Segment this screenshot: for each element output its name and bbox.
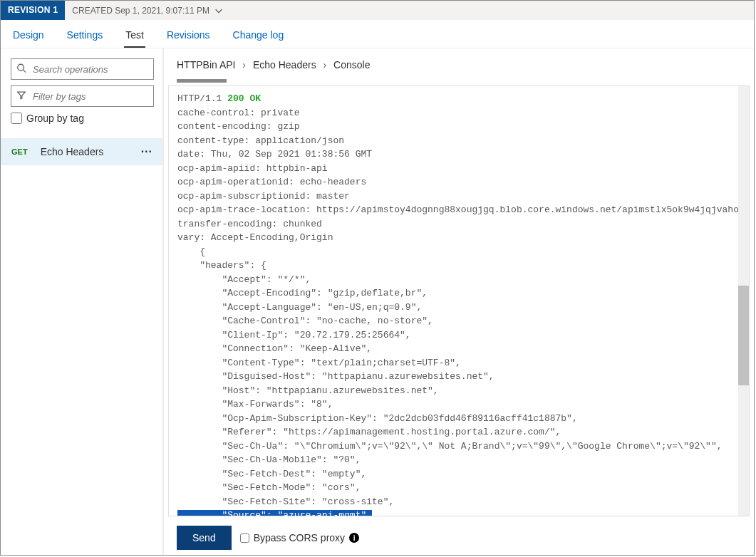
search-icon	[16, 63, 26, 76]
operations-list: GET Echo Headers ···	[1, 138, 162, 165]
group-by-tag-row[interactable]: Group by tag	[11, 113, 154, 124]
created-timestamp[interactable]: CREATED Sep 1, 2021, 9:07:11 PM	[72, 6, 224, 16]
http-response-console[interactable]: HTTP/1.1 200 OK cache-control: private c…	[169, 86, 738, 516]
search-operations-input[interactable]	[11, 58, 154, 80]
filter-by-tags-input[interactable]	[11, 85, 154, 107]
chevron-down-icon	[214, 6, 224, 16]
crumb-api[interactable]: HTTPBin API	[177, 59, 235, 71]
response-headers-text: cache-control: private content-encoding:…	[177, 108, 738, 244]
tab-revisions[interactable]: Revisions	[165, 29, 212, 48]
tab-test[interactable]: Test	[124, 29, 145, 48]
operation-item-echo-headers[interactable]: GET Echo Headers ···	[1, 138, 162, 165]
tab-settings[interactable]: Settings	[66, 29, 105, 48]
tab-change-log[interactable]: Change log	[232, 29, 286, 48]
crumb-operation[interactable]: Echo Headers	[253, 59, 316, 71]
group-by-tag-label: Group by tag	[26, 113, 84, 124]
group-by-tag-checkbox[interactable]	[11, 113, 22, 124]
http-method-badge: GET	[11, 147, 28, 156]
tab-bar: Design Settings Test Revisions Change lo…	[1, 20, 754, 48]
response-body-highlight: "Source": "azure-api-mgmt",	[177, 510, 372, 516]
main-panel: HTTPBin API › Echo Headers › Console HTT…	[163, 48, 754, 555]
bypass-cors-label: Bypass CORS proxy	[254, 532, 345, 543]
operations-sidebar: Group by tag GET Echo Headers ···	[1, 48, 163, 555]
console-footer: Send Bypass CORS proxy i	[164, 521, 754, 555]
tab-design[interactable]: Design	[11, 29, 46, 48]
crumb-console: Console	[333, 59, 370, 71]
scrollbar-track[interactable]	[738, 86, 749, 516]
console-tab-underline	[177, 79, 227, 83]
send-button[interactable]: Send	[177, 526, 232, 550]
info-icon[interactable]: i	[349, 533, 359, 543]
revision-badge: REVISION 1	[1, 1, 65, 20]
svg-line-1	[24, 70, 26, 73]
response-body-pre: { "headers": { "Accept": "*/*", "Accept-…	[177, 246, 723, 507]
bypass-cors-checkbox[interactable]	[240, 533, 249, 543]
filter-icon	[16, 90, 26, 103]
scrollbar-thumb[interactable]	[738, 286, 749, 385]
svg-point-0	[18, 64, 24, 71]
bypass-cors-row[interactable]: Bypass CORS proxy i	[240, 532, 359, 543]
breadcrumb: HTTPBin API › Echo Headers › Console	[164, 48, 754, 75]
operation-name: Echo Headers	[41, 146, 104, 157]
status-code: 200 OK	[227, 93, 261, 104]
operation-more-icon[interactable]: ···	[141, 145, 152, 158]
revision-bar: REVISION 1 CREATED Sep 1, 2021, 9:07:11 …	[1, 1, 754, 20]
